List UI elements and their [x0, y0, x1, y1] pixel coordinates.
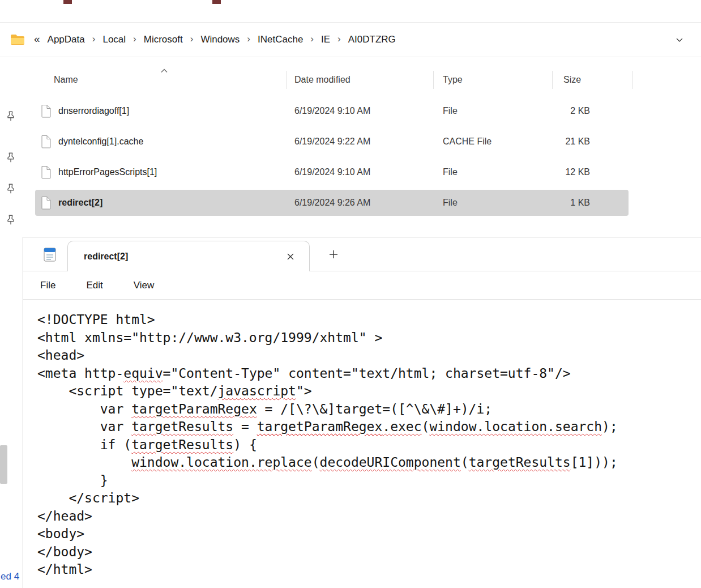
file-name: dnserrordiagoff[1]: [58, 106, 129, 116]
file-row[interactable]: httpErrorPagesScripts[1] 6/19/2024 9:10 …: [0, 157, 701, 188]
file-size: 1 KB: [544, 198, 590, 208]
breadcrumb-item-appdata[interactable]: AppData: [44, 34, 89, 45]
file-icon: [41, 104, 52, 118]
file-date: 6/19/2024 9:22 AM: [294, 137, 370, 147]
pushpin-icon[interactable]: [5, 110, 17, 122]
status-text-fragment: ed 4: [1, 571, 19, 582]
breadcrumb-item-ie[interactable]: IE: [317, 34, 334, 45]
column-header-name[interactable]: Name: [54, 75, 78, 85]
menu-view[interactable]: View: [134, 280, 155, 291]
column-header-date-modified[interactable]: Date modified: [294, 75, 350, 85]
notepad-window: redirect[2] File Edit View <!DOCTYPE htm…: [23, 237, 701, 588]
file-name: httpErrorPagesScripts[1]: [58, 167, 157, 177]
code-line: <html xmlns="http://www.w3.org/1999/xhtm…: [37, 329, 701, 347]
code-line: </script>: [37, 489, 701, 508]
file-name: dyntelconfig[1].cache: [58, 137, 143, 147]
code-line: if (targetResults) {: [37, 436, 701, 454]
tab-bar: redirect[2]: [23, 237, 701, 271]
file-name: redirect[2]: [58, 198, 102, 208]
code-line: <meta http-equiv="Content-Type" content=…: [37, 365, 701, 383]
column-divider[interactable]: [552, 71, 553, 89]
file-date: 6/19/2024 9:10 AM: [294, 106, 370, 116]
file-icon: [41, 196, 52, 210]
folder-icon: [10, 33, 25, 46]
menu-file[interactable]: File: [40, 280, 55, 291]
breadcrumb-separator-icon: ›: [130, 33, 140, 46]
menu-bar: File Edit View: [23, 271, 701, 300]
file-size: 2 KB: [544, 106, 590, 116]
file-date: 6/19/2024 9:26 AM: [294, 198, 370, 208]
code-line: </html>: [37, 561, 701, 579]
code-line: }: [37, 472, 701, 490]
file-type: File: [443, 167, 458, 177]
breadcrumb-item-local[interactable]: Local: [99, 34, 130, 45]
tab-redirect[interactable]: redirect[2]: [67, 241, 310, 271]
tab-close-icon[interactable]: [287, 253, 294, 261]
column-header-type[interactable]: Type: [443, 75, 463, 85]
pushpin-icon[interactable]: [5, 182, 17, 195]
breadcrumb-item-windows[interactable]: Windows: [196, 34, 243, 45]
column-header-size[interactable]: Size: [563, 75, 581, 85]
file-list: dnserrordiagoff[1] 6/19/2024 9:10 AM Fil…: [0, 96, 701, 218]
code-line: <body>: [37, 525, 701, 543]
breadcrumb-separator-icon: ›: [187, 33, 197, 46]
file-type: File: [443, 198, 458, 208]
code-line: window.location.replace(decodeURICompone…: [37, 454, 701, 472]
file-type: File: [443, 106, 458, 116]
new-tab-icon[interactable]: [328, 249, 339, 260]
breadcrumb-separator-icon: ›: [334, 33, 344, 46]
code-line: <!DOCTYPE html>: [37, 311, 701, 329]
tab-title: redirect[2]: [84, 252, 128, 262]
column-divider[interactable]: [286, 71, 287, 89]
file-type: CACHE File: [443, 137, 491, 147]
editor-text-area[interactable]: <!DOCTYPE html> <html xmlns="http://www.…: [23, 300, 701, 588]
pushpin-icon[interactable]: [5, 151, 17, 164]
breadcrumb-separator-icon: ›: [243, 33, 254, 46]
address-bar[interactable]: « AppData › Local › Microsoft › Windows …: [0, 22, 701, 57]
pushpin-icon[interactable]: [5, 214, 17, 226]
code-line: </head>: [37, 508, 701, 526]
sort-ascending-icon[interactable]: [161, 65, 168, 75]
breadcrumb-collapse-icon[interactable]: «: [33, 33, 44, 46]
address-dropdown-icon[interactable]: [675, 35, 691, 44]
file-icon: [41, 135, 52, 148]
top-edge-fragment: [212, 0, 221, 4]
breadcrumb-item-microsoft[interactable]: Microsoft: [140, 34, 187, 45]
notepad-icon: [42, 246, 58, 262]
file-row[interactable]: dyntelconfig[1].cache 6/19/2024 9:22 AM …: [0, 126, 701, 157]
column-divider[interactable]: [632, 71, 633, 89]
column-headers: Name Date modified Type Size: [0, 57, 701, 96]
file-size: 21 KB: [544, 137, 590, 147]
file-row-selected[interactable]: redirect[2] 6/19/2024 9:26 AM File 1 KB: [0, 188, 701, 218]
code-line: <head>: [37, 347, 701, 365]
top-edge-fragment: [63, 0, 72, 4]
column-divider[interactable]: [433, 71, 434, 89]
breadcrumb-item-ai0dtzrg[interactable]: AI0DTZRG: [344, 34, 400, 45]
code-line: var targetResults = targetParamRegex.exe…: [37, 418, 701, 436]
file-icon: [41, 165, 52, 179]
code-line: <script type="text/javascript">: [37, 382, 701, 400]
file-row[interactable]: dnserrordiagoff[1] 6/19/2024 9:10 AM Fil…: [0, 96, 701, 126]
code-line: var targetParamRegex = /[\?\&]target=([^…: [37, 400, 701, 419]
screen: « AppData › Local › Microsoft › Windows …: [0, 0, 701, 588]
scrollbar-fragment[interactable]: [0, 445, 7, 484]
breadcrumb-separator-icon: ›: [89, 33, 99, 46]
breadcrumb-separator-icon: ›: [307, 33, 317, 46]
file-date: 6/19/2024 9:10 AM: [294, 167, 370, 177]
code-line: </body>: [37, 543, 701, 561]
menu-edit[interactable]: Edit: [86, 280, 102, 291]
breadcrumb-item-inetcache[interactable]: INetCache: [254, 34, 307, 45]
file-size: 12 KB: [544, 167, 590, 177]
